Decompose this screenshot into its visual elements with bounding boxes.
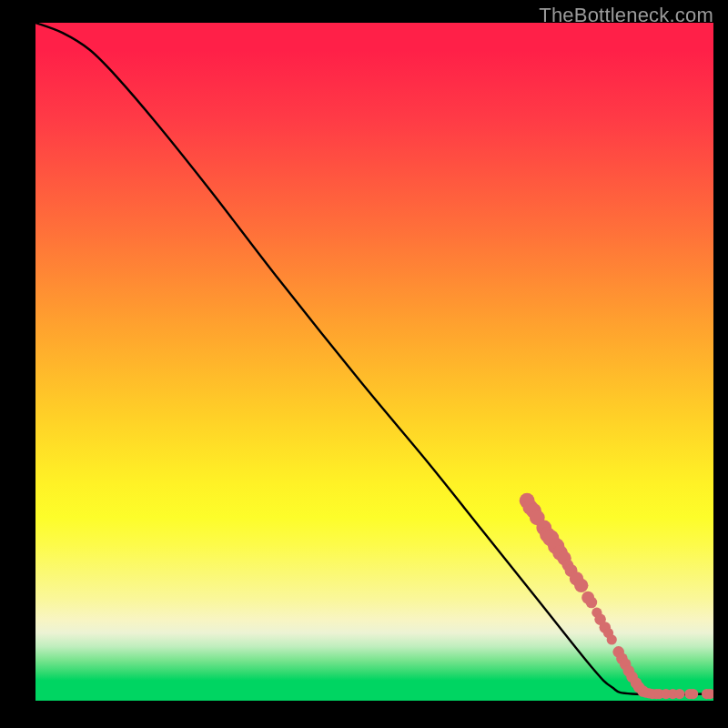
marker-dot: [668, 689, 678, 699]
marker-dot: [654, 689, 664, 699]
marker-dot: [647, 689, 657, 699]
marker-dot: [626, 672, 638, 683]
marker-dot: [530, 510, 545, 525]
marker-dot: [552, 545, 568, 561]
marker-dot: [674, 689, 684, 699]
chart-overlay: [35, 23, 713, 701]
marker-dot: [526, 503, 541, 519]
marker-dot: [688, 689, 698, 699]
marker-dot: [633, 682, 645, 693]
bottleneck-curve: [35, 23, 713, 694]
marker-dot: [557, 551, 571, 565]
plot-area: [35, 23, 713, 701]
marker-dot: [562, 560, 574, 571]
marker-dot: [522, 500, 538, 515]
marker-dot: [565, 564, 578, 577]
marker-dot: [702, 689, 712, 699]
marker-dot: [607, 634, 617, 644]
marker-dot: [581, 592, 594, 604]
marker-dot: [623, 665, 635, 677]
marker-dot: [574, 579, 588, 592]
marker-dot: [548, 538, 564, 554]
marker-dot: [612, 646, 624, 658]
marker-dot: [536, 521, 551, 536]
marker-dot: [520, 493, 535, 509]
marker-dot: [616, 653, 628, 665]
marker-dot: [661, 689, 671, 699]
marker-dot: [644, 688, 654, 698]
marker-dot: [637, 685, 649, 697]
highlight-markers: [520, 493, 713, 699]
marker-dot: [641, 687, 651, 697]
marker-dot: [631, 677, 642, 689]
marker-dot: [594, 613, 606, 625]
marker-dot: [586, 597, 598, 609]
marker-dot: [603, 628, 613, 638]
marker-dot: [570, 571, 583, 585]
marker-dot: [705, 689, 713, 699]
marker-dot: [600, 622, 612, 633]
marker-dot: [684, 689, 694, 699]
marker-dot: [540, 527, 555, 542]
chart-frame: TheBottleneck.com: [0, 0, 728, 728]
marker-dot: [620, 658, 632, 670]
marker-dot: [592, 608, 602, 618]
marker-dot: [652, 689, 662, 699]
marker-dot: [542, 530, 559, 546]
